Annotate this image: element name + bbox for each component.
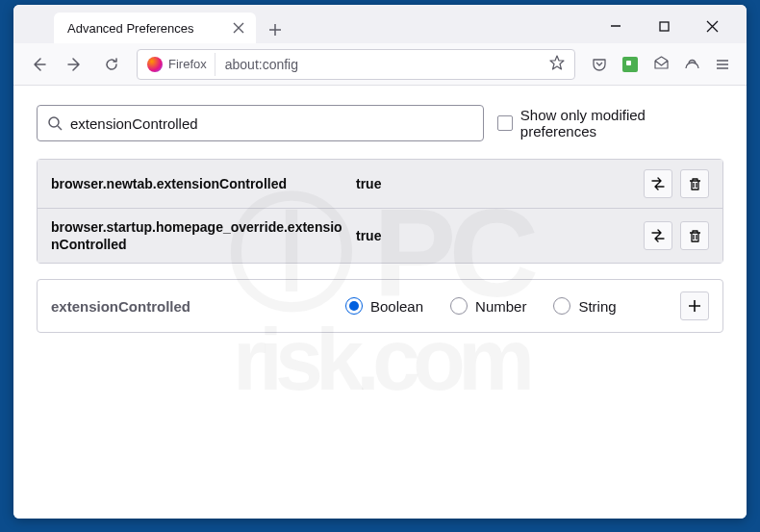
account-button[interactable] [677, 50, 706, 79]
pref-row[interactable]: browser.startup.homepage_override.extens… [38, 208, 722, 263]
pocket-button[interactable] [585, 50, 614, 79]
pocket-icon [592, 57, 607, 72]
toolbar-icons [585, 50, 737, 79]
pref-search-box[interactable] [37, 105, 484, 141]
close-icon [706, 20, 719, 33]
arrow-left-icon [31, 57, 46, 72]
maximize-button[interactable] [646, 13, 681, 39]
search-row: Show only modified preferences [37, 105, 723, 141]
pref-value: true [356, 228, 632, 243]
pref-actions [644, 169, 709, 198]
pref-search-input[interactable] [70, 115, 473, 132]
add-pref-button[interactable] [680, 291, 709, 320]
radio-number[interactable]: Number [450, 297, 526, 315]
inbox-button[interactable] [646, 50, 675, 79]
plus-icon [268, 23, 282, 37]
toggle-button[interactable] [644, 169, 672, 198]
minimize-button[interactable] [598, 13, 633, 39]
radio-label: Boolean [370, 298, 423, 315]
pref-value: true [356, 176, 632, 191]
new-pref-name: extensionControlled [51, 298, 330, 315]
pref-list: browser.newtab.extensionControlled true … [37, 159, 723, 264]
firefox-icon [147, 57, 163, 72]
radio-icon [345, 297, 363, 315]
new-tab-button[interactable] [262, 16, 289, 43]
pref-name: browser.startup.homepage_override.extens… [51, 218, 344, 253]
identity-label: Firefox [168, 57, 207, 71]
maximize-icon [659, 21, 670, 32]
toggle-icon [650, 176, 666, 191]
about-config-content: Show only modified preferences browser.n… [13, 86, 747, 519]
svg-rect-0 [660, 22, 669, 31]
search-icon [47, 115, 63, 131]
tab-strip: Advanced Preferences [13, 5, 747, 43]
minimize-icon [610, 20, 621, 32]
close-window-button[interactable] [695, 13, 729, 39]
forward-button[interactable] [60, 49, 90, 80]
tab-title: Advanced Preferences [67, 21, 194, 36]
pref-row[interactable]: browser.newtab.extensionControlled true [38, 160, 722, 208]
type-radio-group: Boolean Number String [345, 297, 665, 315]
radio-label: String [578, 298, 616, 315]
plus-icon [688, 299, 701, 313]
url-identity[interactable]: Firefox [143, 53, 215, 76]
extension-icon [622, 57, 638, 72]
menu-button[interactable] [708, 50, 737, 79]
nav-bar: Firefox about:config [13, 43, 747, 86]
inbox-icon [653, 56, 670, 72]
pref-actions [644, 221, 709, 250]
toggle-button[interactable] [644, 221, 672, 250]
back-button[interactable] [23, 49, 54, 80]
url-bar[interactable]: Firefox about:config [137, 49, 575, 80]
toggle-icon [650, 228, 666, 243]
delete-button[interactable] [680, 169, 709, 198]
new-pref-row: extensionControlled Boolean Number Strin… [37, 279, 723, 333]
pref-name: browser.newtab.extensionControlled [51, 175, 344, 192]
close-icon [233, 22, 244, 34]
url-text: about:config [215, 57, 298, 72]
hamburger-icon [715, 57, 730, 72]
star-icon [549, 55, 565, 70]
close-tab-button[interactable] [231, 20, 246, 36]
account-icon [684, 56, 700, 72]
show-modified-checkbox[interactable]: Show only modified preferences [497, 107, 723, 139]
bookmark-button[interactable] [545, 55, 569, 74]
tab-advanced-preferences[interactable]: Advanced Preferences [54, 13, 256, 43]
radio-string[interactable]: String [553, 297, 616, 315]
delete-button[interactable] [680, 221, 709, 250]
radio-boolean[interactable]: Boolean [345, 297, 423, 315]
reload-icon [104, 57, 119, 72]
browser-window: Advanced Preferences [13, 5, 747, 519]
extension-button[interactable] [616, 50, 645, 79]
radio-icon [553, 297, 570, 315]
trash-icon [688, 229, 702, 243]
checkbox-icon [497, 115, 513, 131]
radio-label: Number [475, 298, 526, 315]
radio-icon [450, 297, 468, 315]
trash-icon [688, 177, 702, 191]
reload-button[interactable] [96, 49, 127, 80]
arrow-right-icon [67, 57, 83, 72]
svg-point-1 [49, 117, 59, 127]
window-controls [598, 13, 739, 39]
show-modified-label: Show only modified preferences [520, 107, 723, 139]
